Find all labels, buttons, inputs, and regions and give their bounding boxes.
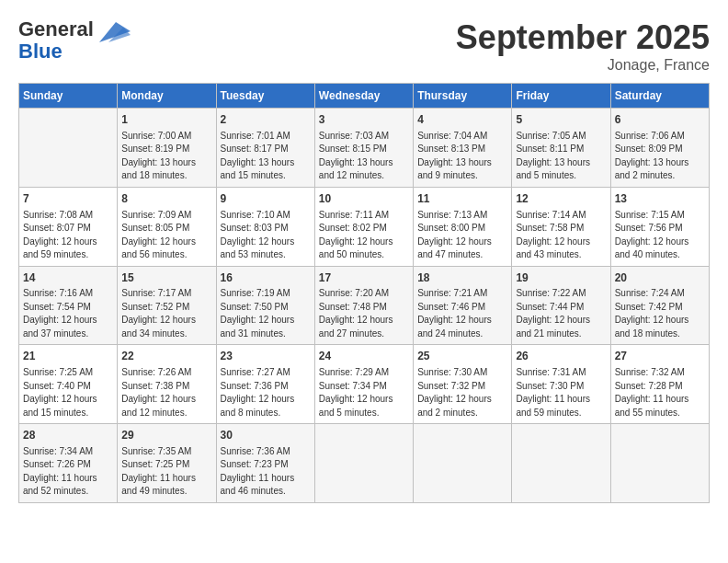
weekday-header: Tuesday bbox=[216, 84, 314, 109]
day-info: Sunrise: 7:30 AM Sunset: 7:32 PM Dayligh… bbox=[417, 366, 507, 419]
day-info: Sunrise: 7:34 AM Sunset: 7:26 PM Dayligh… bbox=[23, 445, 113, 499]
calendar-cell: 11Sunrise: 7:13 AM Sunset: 8:00 PM Dayli… bbox=[414, 187, 512, 266]
day-number: 8 bbox=[121, 191, 211, 207]
weekday-header: Wednesday bbox=[314, 84, 413, 109]
day-number: 13 bbox=[615, 191, 705, 207]
day-info: Sunrise: 7:19 AM Sunset: 7:50 PM Dayligh… bbox=[221, 287, 311, 340]
calendar-cell: 26Sunrise: 7:31 AM Sunset: 7:30 PM Dayli… bbox=[512, 345, 610, 424]
day-number: 7 bbox=[23, 191, 113, 207]
day-number: 1 bbox=[121, 112, 211, 128]
day-info: Sunrise: 7:11 AM Sunset: 8:02 PM Dayligh… bbox=[319, 209, 409, 262]
day-number: 15 bbox=[121, 270, 211, 286]
calendar-cell: 6Sunrise: 7:06 AM Sunset: 8:09 PM Daylig… bbox=[610, 109, 709, 188]
calendar-cell: 22Sunrise: 7:26 AM Sunset: 7:38 PM Dayli… bbox=[118, 345, 216, 424]
calendar-cell: 8Sunrise: 7:09 AM Sunset: 8:05 PM Daylig… bbox=[118, 187, 216, 266]
calendar-cell: 27Sunrise: 7:32 AM Sunset: 7:28 PM Dayli… bbox=[610, 345, 709, 424]
calendar-week-row: 14Sunrise: 7:16 AM Sunset: 7:54 PM Dayli… bbox=[19, 266, 710, 345]
day-number: 12 bbox=[516, 191, 606, 207]
weekday-header: Saturday bbox=[610, 84, 709, 109]
calendar-body: 1Sunrise: 7:00 AM Sunset: 8:19 PM Daylig… bbox=[19, 109, 710, 503]
day-info: Sunrise: 7:16 AM Sunset: 7:54 PM Dayligh… bbox=[23, 287, 113, 340]
calendar-cell: 10Sunrise: 7:11 AM Sunset: 8:02 PM Dayli… bbox=[314, 187, 413, 266]
logo-text: General Blue bbox=[18, 18, 94, 63]
day-number: 16 bbox=[221, 270, 311, 286]
day-info: Sunrise: 7:05 AM Sunset: 8:11 PM Dayligh… bbox=[516, 130, 606, 183]
calendar-week-row: 21Sunrise: 7:25 AM Sunset: 7:40 PM Dayli… bbox=[19, 345, 710, 424]
month-title: September 2025 bbox=[456, 18, 710, 57]
day-number: 4 bbox=[417, 112, 507, 128]
day-number: 26 bbox=[516, 349, 606, 364]
logo: General Blue bbox=[18, 18, 132, 63]
day-info: Sunrise: 7:09 AM Sunset: 8:05 PM Dayligh… bbox=[121, 209, 211, 262]
calendar-cell: 17Sunrise: 7:20 AM Sunset: 7:48 PM Dayli… bbox=[314, 266, 413, 345]
day-info: Sunrise: 7:26 AM Sunset: 7:38 PM Dayligh… bbox=[121, 366, 211, 419]
day-number: 5 bbox=[516, 112, 606, 128]
calendar-cell: 30Sunrise: 7:36 AM Sunset: 7:23 PM Dayli… bbox=[216, 424, 314, 503]
calendar-cell: 4Sunrise: 7:04 AM Sunset: 8:13 PM Daylig… bbox=[414, 109, 512, 188]
day-number: 21 bbox=[23, 349, 113, 364]
day-info: Sunrise: 7:15 AM Sunset: 7:56 PM Dayligh… bbox=[615, 209, 705, 262]
day-info: Sunrise: 7:14 AM Sunset: 7:58 PM Dayligh… bbox=[516, 209, 606, 262]
day-info: Sunrise: 7:25 AM Sunset: 7:40 PM Dayligh… bbox=[23, 366, 113, 419]
day-info: Sunrise: 7:13 AM Sunset: 8:00 PM Dayligh… bbox=[417, 209, 507, 262]
calendar-table: SundayMondayTuesdayWednesdayThursdayFrid… bbox=[18, 83, 710, 503]
weekday-header: Sunday bbox=[19, 84, 118, 109]
day-info: Sunrise: 7:04 AM Sunset: 8:13 PM Dayligh… bbox=[417, 130, 507, 183]
calendar-week-row: 1Sunrise: 7:00 AM Sunset: 8:19 PM Daylig… bbox=[19, 109, 710, 188]
calendar-cell: 7Sunrise: 7:08 AM Sunset: 8:07 PM Daylig… bbox=[19, 187, 118, 266]
calendar-cell: 3Sunrise: 7:03 AM Sunset: 8:15 PM Daylig… bbox=[314, 109, 413, 188]
calendar-cell: 1Sunrise: 7:00 AM Sunset: 8:19 PM Daylig… bbox=[118, 109, 216, 188]
day-number: 19 bbox=[516, 270, 606, 286]
day-number: 10 bbox=[319, 191, 409, 207]
day-number: 24 bbox=[319, 349, 409, 364]
logo-general: General bbox=[18, 17, 94, 40]
day-info: Sunrise: 7:29 AM Sunset: 7:34 PM Dayligh… bbox=[319, 366, 409, 419]
calendar-cell: 23Sunrise: 7:27 AM Sunset: 7:36 PM Dayli… bbox=[216, 345, 314, 424]
calendar-week-row: 28Sunrise: 7:34 AM Sunset: 7:26 PM Dayli… bbox=[19, 424, 710, 503]
day-number: 14 bbox=[23, 270, 113, 286]
calendar-cell bbox=[314, 424, 413, 503]
weekday-header: Thursday bbox=[414, 84, 512, 109]
day-number: 25 bbox=[417, 349, 507, 364]
logo-icon bbox=[97, 18, 132, 44]
calendar-cell bbox=[512, 424, 610, 503]
weekday-header: Monday bbox=[118, 84, 216, 109]
page-header: General Blue September 2025 Jonage, Fran… bbox=[18, 18, 710, 74]
calendar-cell: 21Sunrise: 7:25 AM Sunset: 7:40 PM Dayli… bbox=[19, 345, 118, 424]
day-number: 17 bbox=[319, 270, 409, 286]
day-info: Sunrise: 7:17 AM Sunset: 7:52 PM Dayligh… bbox=[121, 287, 211, 340]
calendar-cell: 12Sunrise: 7:14 AM Sunset: 7:58 PM Dayli… bbox=[512, 187, 610, 266]
calendar-cell: 2Sunrise: 7:01 AM Sunset: 8:17 PM Daylig… bbox=[216, 109, 314, 188]
day-number: 27 bbox=[615, 349, 705, 364]
day-info: Sunrise: 7:32 AM Sunset: 7:28 PM Dayligh… bbox=[615, 366, 705, 419]
day-number: 11 bbox=[417, 191, 507, 207]
day-number: 23 bbox=[221, 349, 311, 364]
day-number: 6 bbox=[615, 112, 705, 128]
calendar-cell bbox=[414, 424, 512, 503]
calendar-cell: 13Sunrise: 7:15 AM Sunset: 7:56 PM Dayli… bbox=[610, 187, 709, 266]
weekday-header: Friday bbox=[512, 84, 610, 109]
day-number: 22 bbox=[121, 349, 211, 364]
day-info: Sunrise: 7:01 AM Sunset: 8:17 PM Dayligh… bbox=[221, 130, 311, 183]
calendar-cell: 5Sunrise: 7:05 AM Sunset: 8:11 PM Daylig… bbox=[512, 109, 610, 188]
calendar-cell bbox=[610, 424, 709, 503]
day-number: 20 bbox=[615, 270, 705, 286]
calendar-cell: 24Sunrise: 7:29 AM Sunset: 7:34 PM Dayli… bbox=[314, 345, 413, 424]
day-info: Sunrise: 7:00 AM Sunset: 8:19 PM Dayligh… bbox=[121, 130, 211, 183]
day-info: Sunrise: 7:21 AM Sunset: 7:46 PM Dayligh… bbox=[417, 287, 507, 340]
day-info: Sunrise: 7:20 AM Sunset: 7:48 PM Dayligh… bbox=[319, 287, 409, 340]
day-number: 30 bbox=[221, 428, 311, 443]
day-info: Sunrise: 7:31 AM Sunset: 7:30 PM Dayligh… bbox=[516, 366, 606, 419]
day-number: 29 bbox=[121, 428, 211, 443]
calendar-cell: 18Sunrise: 7:21 AM Sunset: 7:46 PM Dayli… bbox=[414, 266, 512, 345]
calendar-cell: 19Sunrise: 7:22 AM Sunset: 7:44 PM Dayli… bbox=[512, 266, 610, 345]
day-info: Sunrise: 7:06 AM Sunset: 8:09 PM Dayligh… bbox=[615, 130, 705, 183]
day-number: 2 bbox=[221, 112, 311, 128]
day-info: Sunrise: 7:24 AM Sunset: 7:42 PM Dayligh… bbox=[615, 287, 705, 340]
day-info: Sunrise: 7:35 AM Sunset: 7:25 PM Dayligh… bbox=[121, 445, 211, 499]
calendar-cell: 28Sunrise: 7:34 AM Sunset: 7:26 PM Dayli… bbox=[19, 424, 118, 503]
day-number: 18 bbox=[417, 270, 507, 286]
calendar-header: SundayMondayTuesdayWednesdayThursdayFrid… bbox=[19, 84, 710, 109]
day-number: 9 bbox=[221, 191, 311, 207]
calendar-week-row: 7Sunrise: 7:08 AM Sunset: 8:07 PM Daylig… bbox=[19, 187, 710, 266]
